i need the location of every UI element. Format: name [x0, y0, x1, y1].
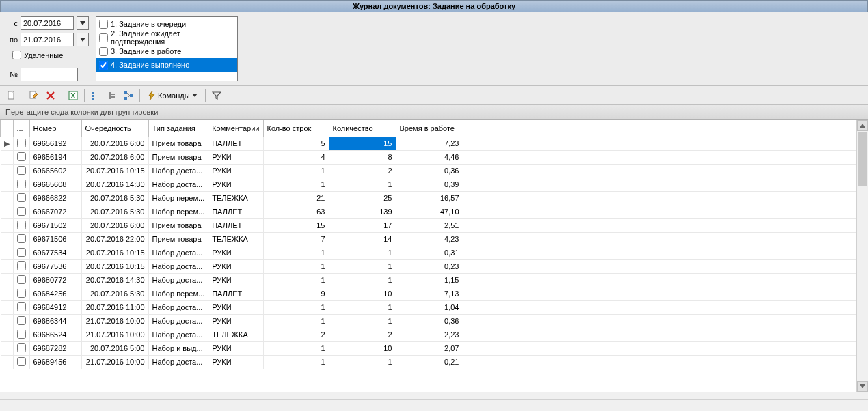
- collapse-button[interactable]: [105, 88, 120, 103]
- num-input[interactable]: [21, 68, 78, 81]
- table-row[interactable]: 6965619420.07.2016 6:00Прием товараРУКИ4…: [1, 150, 868, 164]
- to-date-label: по: [5, 36, 18, 44]
- col-header-qty[interactable]: Количество: [329, 120, 396, 137]
- row-indicator: [1, 300, 14, 314]
- cell-time: 47,10: [396, 205, 463, 218]
- row-checkbox[interactable]: [17, 316, 26, 325]
- table-row[interactable]: 6967753420.07.2016 10:15Набор доста...РУ…: [1, 246, 868, 259]
- row-checkbox[interactable]: [17, 139, 26, 147]
- tree-button[interactable]: [121, 88, 136, 103]
- table-row[interactable]: 6966707220.07.2016 5:30Набор перем...ПАЛ…: [1, 205, 868, 218]
- row-checkbox[interactable]: [17, 275, 26, 284]
- cell-qty: 1: [329, 314, 396, 328]
- row-checkbox[interactable]: [17, 343, 26, 352]
- cell-number: 69671506: [29, 232, 81, 246]
- row-indicator: [1, 328, 14, 341]
- cell-qty: 17: [329, 218, 396, 232]
- cell-qty: 139: [329, 205, 396, 218]
- cell-time: 0,21: [396, 355, 463, 369]
- col-header-queue[interactable]: Очередность: [81, 120, 148, 137]
- cell-number: 69666822: [29, 191, 81, 205]
- scroll-up-button[interactable]: [857, 120, 868, 131]
- status-filter-item[interactable]: 3. Задание в работе: [96, 44, 237, 58]
- horizontal-scrollbar[interactable]: [0, 399, 868, 411]
- col-header-lines[interactable]: Кол-во строк: [263, 120, 329, 137]
- cell-qty: 14: [329, 232, 396, 246]
- excel-button[interactable]: X: [66, 88, 81, 103]
- col-header-comments[interactable]: Комментарии: [208, 120, 263, 137]
- row-checkbox[interactable]: [17, 221, 26, 229]
- status-checkbox[interactable]: [99, 61, 108, 70]
- row-checkbox[interactable]: [17, 302, 26, 311]
- edit-button[interactable]: [27, 88, 42, 103]
- from-date-input[interactable]: [21, 16, 74, 30]
- col-header-number[interactable]: Номер: [29, 120, 81, 137]
- group-by-bar[interactable]: Перетащите сюда колонки для группировки: [0, 105, 868, 120]
- cell-type: Набор доста...: [148, 246, 208, 259]
- table-row[interactable]: 6968728220.07.2016 5:00Набор и выд...РУК…: [1, 341, 868, 355]
- table-row[interactable]: 6968425620.07.2016 5:30Набор перем...ПАЛ…: [1, 287, 868, 300]
- table-row[interactable]: 6967753620.07.2016 10:15Набор доста...РУ…: [1, 259, 868, 273]
- table-row[interactable]: 6968652421.07.2016 10:00Набор доста...ТЕ…: [1, 328, 868, 341]
- to-date-dropdown[interactable]: [77, 33, 89, 46]
- cell-qty: 1: [329, 246, 396, 259]
- table-row[interactable]: 6968077220.07.2016 14:30Набор доста...РУ…: [1, 273, 868, 287]
- deleted-checkbox[interactable]: [12, 51, 21, 59]
- row-checkbox[interactable]: [17, 261, 26, 270]
- scroll-thumb[interactable]: [858, 132, 867, 186]
- status-filter-item[interactable]: 4. Задание выполнено: [96, 58, 237, 72]
- cell-queue: 20.07.2016 22:00: [81, 232, 148, 246]
- status-filter-item[interactable]: 1. Задание в очереди: [96, 17, 237, 31]
- cell-number: 69667072: [29, 205, 81, 218]
- table-row[interactable]: 6966560220.07.2016 10:15Набор доста...РУ…: [1, 164, 868, 178]
- row-checkbox-cell: [13, 218, 29, 232]
- status-label: 4. Задание выполнено: [111, 61, 189, 69]
- status-filter-item[interactable]: 2. Задание ожидает подтверждения: [96, 31, 237, 44]
- row-checkbox[interactable]: [17, 180, 26, 188]
- row-checkbox[interactable]: [17, 289, 26, 298]
- cell-empty: [463, 300, 868, 314]
- expand-button[interactable]: [88, 88, 103, 103]
- to-date-input[interactable]: [21, 33, 74, 46]
- col-header-type[interactable]: Тип задания: [148, 120, 208, 137]
- col-header-time[interactable]: Время в работе: [396, 120, 463, 137]
- row-checkbox[interactable]: [17, 248, 26, 257]
- filter-button[interactable]: [209, 88, 224, 103]
- row-checkbox[interactable]: [17, 357, 26, 366]
- new-doc-button[interactable]: [4, 88, 19, 103]
- table-row[interactable]: 6967150620.07.2016 22:00Прием товараТЕЛЕ…: [1, 232, 868, 246]
- table-row[interactable]: 6968945621.07.2016 10:00Набор доста...РУ…: [1, 355, 868, 369]
- row-checkbox[interactable]: [17, 166, 26, 175]
- row-checkbox[interactable]: [17, 152, 26, 161]
- row-checkbox[interactable]: [17, 234, 26, 243]
- row-indicator: [1, 191, 14, 205]
- scroll-down-button[interactable]: [857, 381, 868, 392]
- delete-button[interactable]: [43, 88, 58, 103]
- cell-time: 4,23: [396, 232, 463, 246]
- status-checkbox[interactable]: [99, 47, 108, 56]
- commands-dropdown[interactable]: Команды: [144, 89, 202, 102]
- row-checkbox[interactable]: [17, 207, 26, 216]
- from-date-dropdown[interactable]: [77, 16, 89, 30]
- table-row[interactable]: 6968634421.07.2016 10:00Набор доста...РУ…: [1, 314, 868, 328]
- table-row[interactable]: 6967150220.07.2016 6:00Прием товараПАЛЛЕ…: [1, 218, 868, 232]
- row-checkbox[interactable]: [17, 193, 26, 202]
- row-checkbox-cell: [13, 300, 29, 314]
- row-checkbox-cell: [13, 137, 29, 150]
- cell-comments: РУКИ: [208, 273, 263, 287]
- row-indicator: [1, 355, 14, 369]
- cell-lines: 1: [263, 341, 329, 355]
- table-row[interactable]: 6966682220.07.2016 5:30Набор перем...ТЕЛ…: [1, 191, 868, 205]
- row-checkbox[interactable]: [17, 330, 26, 339]
- status-checkbox[interactable]: [99, 20, 108, 29]
- cell-qty: 1: [329, 259, 396, 273]
- col-header-indicator[interactable]: [1, 120, 14, 137]
- col-header-checkbox[interactable]: ...: [13, 120, 29, 137]
- cell-lines: 1: [263, 164, 329, 178]
- table-row[interactable]: 6966560820.07.2016 14:30Набор доста...РУ…: [1, 178, 868, 191]
- table-row[interactable]: 6968491220.07.2016 11:00Набор доста...РУ…: [1, 300, 868, 314]
- status-checkbox[interactable]: [99, 33, 108, 42]
- cell-empty: [463, 218, 868, 232]
- table-row[interactable]: ▶6965619220.07.2016 6:00Прием товараПАЛЛ…: [1, 137, 868, 150]
- vertical-scrollbar[interactable]: [856, 120, 868, 392]
